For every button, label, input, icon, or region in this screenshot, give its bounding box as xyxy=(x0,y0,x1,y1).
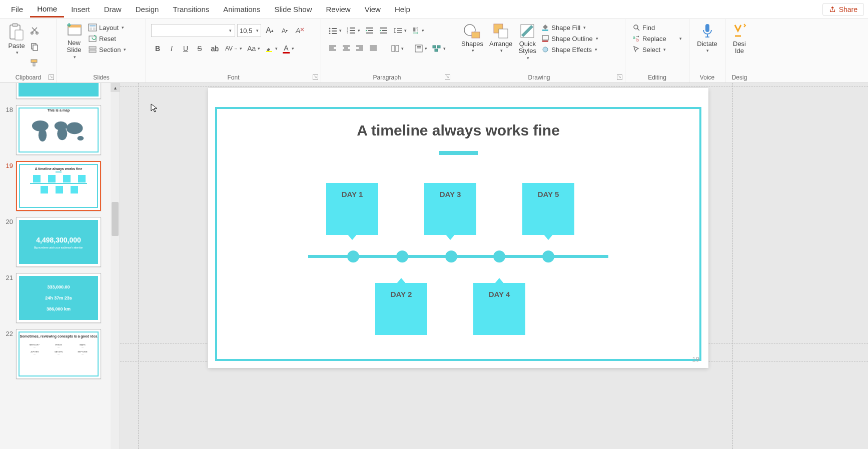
justify-button[interactable] xyxy=(367,42,380,55)
new-slide-button[interactable]: New Slide ▾ xyxy=(62,21,86,71)
align-right-button[interactable] xyxy=(353,42,366,55)
day4-box[interactable]: DAY 4 xyxy=(473,283,525,335)
shapes-button[interactable]: Shapes▾ xyxy=(458,21,486,71)
clipboard-icon xyxy=(8,22,25,42)
select-button[interactable]: Select▾ xyxy=(630,45,684,54)
shape-fill-button[interactable]: Shape Fill▾ xyxy=(539,23,600,32)
group-slides: New Slide ▾ Layout▾ Reset Section▾ Slide… xyxy=(57,19,146,82)
outline-icon xyxy=(541,34,549,42)
quick-styles-button[interactable]: Quick Styles▾ xyxy=(515,21,539,71)
cut-button[interactable] xyxy=(28,24,41,37)
svg-point-78 xyxy=(57,128,67,140)
font-size-combo[interactable]: 10,5▾ xyxy=(237,24,261,37)
font-color-button[interactable]: A▾ xyxy=(281,42,296,55)
align-center-button[interactable] xyxy=(340,42,352,55)
text-direction-button[interactable]: lllî▾ xyxy=(410,24,426,37)
thumbnail-20[interactable]: 20 4,498,300,000 Big numbers catch your … xyxy=(0,214,120,270)
svg-text:a: a xyxy=(633,35,635,40)
bullets-button[interactable]: ▾ xyxy=(326,24,344,37)
align-text-button[interactable]: ▾ xyxy=(413,42,429,55)
find-button[interactable]: Find xyxy=(630,23,684,32)
thumbnail-19[interactable]: 19 A timeline always works fine xyxy=(0,158,120,214)
shape-effects-button[interactable]: Shape Effects▾ xyxy=(539,45,600,54)
tab-home[interactable]: Home xyxy=(30,2,64,18)
reset-button[interactable]: Reset xyxy=(86,34,128,43)
thumbnail-21[interactable]: 21 333,000.00 24h 37m 23s 386,000 km xyxy=(0,270,120,326)
underline-button[interactable]: U xyxy=(179,42,192,55)
day1-box[interactable]: DAY 1 xyxy=(326,183,378,235)
strikethrough-button[interactable]: S xyxy=(193,42,206,55)
tab-review[interactable]: Review xyxy=(319,2,357,16)
dictate-button[interactable]: Dictate▾ xyxy=(694,21,720,54)
tab-insert[interactable]: Insert xyxy=(64,2,97,16)
tab-transitions[interactable]: Transitions xyxy=(166,2,216,16)
svg-rect-23 xyxy=(332,30,337,32)
svg-rect-17 xyxy=(89,50,96,52)
share-button[interactable]: Share xyxy=(822,3,864,16)
layout-icon xyxy=(88,24,97,32)
tab-slideshow[interactable]: Slide Show xyxy=(267,2,319,16)
tab-help[interactable]: Help xyxy=(388,2,417,16)
slide[interactable]: A timeline always works fine DAY 1 DAY 3… xyxy=(208,88,708,368)
svg-point-79 xyxy=(67,122,83,134)
clipboard-dialog-launcher[interactable]: ↘ xyxy=(49,74,54,80)
thumbnail-scrollbar[interactable]: ▴ xyxy=(111,83,120,449)
highlight-button[interactable]: ▾ xyxy=(263,42,280,55)
section-button[interactable]: Section▾ xyxy=(86,45,128,54)
decrease-font-button[interactable]: A▾ xyxy=(278,24,291,37)
timeline-dot-4 xyxy=(493,250,505,262)
clear-formatting-button[interactable]: A xyxy=(293,24,306,37)
design-ideas-button[interactable]: Desi Ide xyxy=(730,21,748,56)
svg-rect-65 xyxy=(499,29,508,38)
numbering-button[interactable]: 123▾ xyxy=(345,24,362,37)
italic-button[interactable]: I xyxy=(165,42,178,55)
timeline-dot-5 xyxy=(542,250,554,262)
day5-box[interactable]: DAY 5 xyxy=(522,183,574,235)
thumbnail-17[interactable] xyxy=(0,83,120,102)
thumbnail-22[interactable]: 22 Sometimes, reviewing concepts is a go… xyxy=(0,326,120,382)
font-family-combo[interactable]: ▾ xyxy=(151,24,235,37)
scroll-up-button[interactable]: ▴ xyxy=(111,83,120,92)
day3-box[interactable]: DAY 3 xyxy=(424,183,476,235)
svg-rect-2 xyxy=(15,30,23,40)
bold-button[interactable]: B xyxy=(151,42,164,55)
tab-animations[interactable]: Animations xyxy=(216,2,267,16)
tab-design[interactable]: Design xyxy=(129,2,166,16)
increase-indent-button[interactable] xyxy=(377,24,390,37)
paragraph-dialog-launcher[interactable]: ↘ xyxy=(445,74,450,80)
decrease-indent-button[interactable] xyxy=(363,24,376,37)
tab-file[interactable]: File xyxy=(4,2,30,16)
svg-rect-1 xyxy=(13,24,18,26)
day2-box[interactable]: DAY 2 xyxy=(375,283,427,335)
slide-canvas[interactable]: A timeline always works fine DAY 1 DAY 3… xyxy=(120,83,868,449)
tab-draw[interactable]: Draw xyxy=(97,2,129,16)
change-case-button[interactable]: Aa▾ xyxy=(245,42,262,55)
align-left-button[interactable] xyxy=(326,42,339,55)
replace-button[interactable]: abReplace▾ xyxy=(630,34,684,43)
columns-button[interactable]: ▾ xyxy=(389,42,406,55)
scroll-thumb[interactable] xyxy=(112,202,119,236)
char-spacing-button[interactable]: AV↔▾ xyxy=(223,42,244,55)
line-spacing-button[interactable]: ▾ xyxy=(391,24,409,37)
paste-button[interactable]: Paste ▾ xyxy=(5,21,28,56)
thumbnail-18[interactable]: 18 This is a map xyxy=(0,102,120,158)
layout-button[interactable]: Layout▾ xyxy=(86,23,128,32)
arrange-button[interactable]: Arrange▾ xyxy=(486,21,515,71)
svg-rect-21 xyxy=(332,28,337,29)
tab-view[interactable]: View xyxy=(358,2,388,16)
shadow-button[interactable]: ab xyxy=(207,42,222,55)
thumb-number: 20 xyxy=(2,217,16,226)
design-ideas-icon xyxy=(732,22,747,40)
svg-rect-54 xyxy=(392,46,395,52)
format-painter-button[interactable] xyxy=(28,56,41,69)
shape-outline-button[interactable]: Shape Outline▾ xyxy=(539,34,600,43)
copy-button[interactable] xyxy=(28,40,41,53)
drawing-dialog-launcher[interactable]: ↘ xyxy=(617,74,622,80)
svg-rect-45 xyxy=(343,46,350,46)
increase-font-button[interactable]: A▴ xyxy=(263,24,276,37)
slide-title[interactable]: A timeline always works fine xyxy=(208,122,708,139)
smartart-button[interactable]: ▾ xyxy=(430,42,448,55)
chevron-down-icon: ▾ xyxy=(122,25,124,30)
font-dialog-launcher[interactable]: ↘ xyxy=(313,74,318,80)
group-clipboard: Paste ▾ Clipboard ↘ xyxy=(0,19,57,82)
